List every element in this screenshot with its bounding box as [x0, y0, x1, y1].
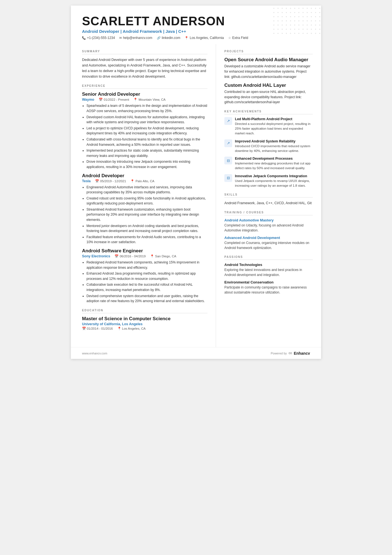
job-location-3: 📍 San Diego, CA [150, 254, 176, 258]
achievement-title-2: Improved Android System Reliability [235, 139, 313, 143]
job-title-2: Android Developer [82, 173, 207, 179]
job-dates-2: 📅 05/2019 - 12/2021 [95, 179, 126, 183]
passion-desc-2: Participate in community campaigns to ra… [224, 285, 313, 295]
experience-heading: EXPERIENCE [82, 84, 207, 89]
job-item: Android Software Engineer Sony Electroni… [82, 248, 207, 304]
achievement-item: ⊟ Innovative Jetpack Components Integrat… [224, 174, 313, 188]
edu-dates: 📅 01/2014 - 01/2016 [82, 327, 113, 330]
edu-meta: 📅 01/2014 - 01/2016 📍 Los Angeles, CA [82, 327, 207, 330]
achievement-icon-3: ⊟ [224, 157, 232, 164]
project-title-2: Custom Android HAL Layer [224, 83, 313, 88]
job-item: Senior Android Developer Waymo 📅 01/2022… [82, 92, 207, 169]
achievements-heading: KEY ACHIEVEMENTS [224, 110, 313, 114]
passion-desc-1: Exploring the latest innovations and bes… [224, 267, 313, 277]
pin-edu-icon: 📍 [117, 327, 121, 330]
job-location-1: 📍 Mountain View, CA [133, 98, 165, 102]
achievement-desc-3: Implemented new debugging procedures tha… [235, 161, 313, 171]
summary-section: SUMMARY Dedicated Android Developer with… [82, 50, 207, 79]
training-item: Advanced Android Development Completed o… [224, 236, 313, 250]
calendar-icon-1: 📅 [99, 98, 103, 102]
achievement-title-3: Enhanced Development Processes [235, 157, 313, 161]
footer-powered-by: Powered by [271, 352, 287, 355]
email-text: help@enhancv.com [123, 36, 152, 40]
achievement-icon-4: ⊟ [224, 174, 232, 182]
bullet: Created robust unit tests covering 95% c… [86, 196, 207, 206]
training-title-1: Android Automotive Mastery [224, 218, 313, 222]
project-title-1: Open Source Android Audio Manager [224, 57, 313, 63]
decorative-dots [271, 6, 321, 36]
project-item: Open Source Android Audio Manager Develo… [224, 57, 313, 79]
bullet: Mentored junior developers on Android co… [86, 223, 207, 234]
achievement-content-2: Improved Android System Reliability Intr… [235, 139, 313, 154]
job-dates-3: 📅 06/2016 - 04/2019 [115, 254, 145, 258]
passion-title-1: Android Technologies [224, 263, 313, 267]
bullet: Collaborative task execution led to the … [86, 282, 207, 292]
job-title-1: Senior Android Developer [82, 92, 207, 97]
contact-email: ✉ help@enhancv.com [119, 36, 152, 40]
job-bullets-2: Engineered Android Automotive interfaces… [82, 185, 207, 245]
achievement-title-4: Innovative Jetpack Components Integratio… [235, 174, 313, 178]
footer-logo-icon: ∞ [289, 350, 292, 356]
phone-text: +1-(234)-555-1234 [87, 36, 115, 40]
passions-heading: PASSIONS [224, 255, 313, 260]
contact-linkedin: 🔗 linkedin.com [157, 36, 180, 40]
job-bullets-3: Redesigned Android framework components,… [82, 260, 207, 304]
contact-phone: 📞 +1-(234)-555-1234 [82, 36, 115, 40]
summary-heading: SUMMARY [82, 50, 207, 54]
job-title-3: Android Software Engineer [82, 248, 207, 254]
summary-text: Dedicated Android Developer with over 5 … [82, 57, 207, 79]
achievement-content-1: Led Multi-Platform Android Project Direc… [235, 117, 313, 136]
calendar-icon-3: 📅 [115, 254, 118, 258]
training-desc-2: Completed on Coursera, organizing intens… [224, 240, 313, 250]
footer-brand-name: Enhancv [294, 351, 310, 356]
bullet: Enhanced Android Java programming method… [86, 271, 207, 281]
pin-icon-3: 📍 [150, 254, 154, 258]
experience-section: EXPERIENCE Senior Android Developer Waym… [82, 84, 207, 304]
extra-icon: ☆ [228, 36, 231, 40]
achievement-icon-2: ↗ [224, 139, 232, 147]
achievement-content-4: Innovative Jetpack Components Integratio… [235, 174, 313, 188]
bullet: Spearheaded a team of 5 developers in th… [86, 103, 207, 114]
linkedin-text: linkedin.com [162, 36, 180, 40]
bullet: Engineered Android Automotive interfaces… [86, 185, 207, 195]
passion-title-2: Environmental Conservation [224, 280, 313, 284]
training-title-2: Advanced Android Development [224, 236, 313, 240]
pin-icon-2: 📍 [130, 179, 134, 183]
right-column: PROJECTS Open Source Android Audio Manag… [216, 44, 321, 347]
job-location-2: 📍 Palo Alto, CA [130, 179, 154, 183]
phone-icon: 📞 [82, 36, 86, 40]
passion-item: Android Technologies Exploring the lates… [224, 263, 313, 277]
calendar-edu-icon: 📅 [82, 327, 86, 330]
edu-location: 📍 Los Angeles, CA [117, 327, 146, 330]
resume-document: SCARLETT ANDERSON Android Developer | An… [71, 6, 321, 359]
achievement-item: ↗ Led Multi-Platform Android Project Dir… [224, 117, 313, 136]
contact-bar: 📞 +1-(234)-555-1234 ✉ help@enhancv.com 🔗… [82, 36, 310, 40]
training-section: TRAINING / COURSES Android Automotive Ma… [224, 211, 313, 250]
skills-section: SKILLS Android Framework, Java, C++, CI/… [224, 193, 313, 206]
bullet: Devised comprehensive system documentati… [86, 293, 207, 304]
job-meta-3: Sony Electronics 📅 06/2016 - 04/2019 📍 S… [82, 254, 207, 258]
achievement-desc-2: Introduced CI/CD improvements that reduc… [235, 144, 313, 154]
achievements-section: KEY ACHIEVEMENTS ↗ Led Multi-Platform An… [224, 110, 313, 188]
job-dates-1: 📅 01/2022 - Present [99, 98, 129, 102]
achievement-content-3: Enhanced Development Processes Implement… [235, 157, 313, 171]
achievement-desc-1: Directed a successful deployment project… [235, 122, 313, 136]
training-heading: TRAINING / COURSES [224, 211, 313, 215]
linkedin-icon: 🔗 [157, 36, 161, 40]
body-content: SUMMARY Dedicated Android Developer with… [71, 44, 321, 347]
pin-icon-1: 📍 [133, 98, 137, 102]
location-text: Los Angeles, California [190, 36, 224, 40]
edu-degree: Master of Science in Computer Science [82, 316, 207, 322]
skills-text: Android Framework, Java, C++, CI/CD, And… [224, 200, 313, 206]
calendar-icon-2: 📅 [95, 179, 99, 183]
training-desc-1: Completed on Udacity, focusing on advanc… [224, 223, 313, 233]
achievement-item: ↗ Improved Android System Reliability In… [224, 139, 313, 154]
contact-location: 📍 Los Angeles, California [185, 36, 224, 40]
bullet: Implemented best practices for static co… [86, 148, 207, 158]
bullet: Redesigned Android framework components,… [86, 260, 207, 270]
projects-section: PROJECTS Open Source Android Audio Manag… [224, 50, 313, 105]
edu-school: University of California, Los Angeles [82, 322, 207, 326]
contact-extra: ☆ Extra Field [228, 36, 248, 40]
bullet: Drove innovation by introducing new Jetp… [86, 159, 207, 169]
achievement-item: ⊟ Enhanced Development Processes Impleme… [224, 157, 313, 171]
